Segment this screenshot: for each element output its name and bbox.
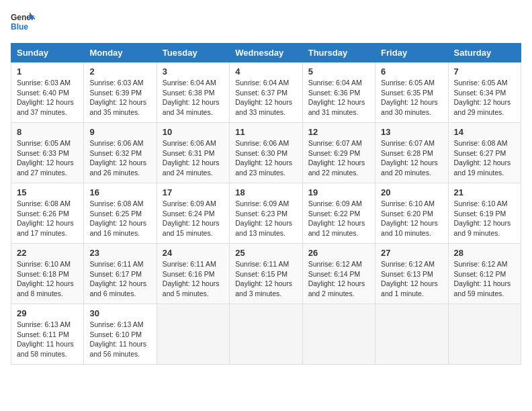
sunset-label: Sunset: 6:25 PM [89,210,142,218]
svg-text:Blue: Blue [11,22,28,32]
day-number: 5 [308,66,369,77]
daylight-label: Daylight: 12 hours and 20 minutes. [381,158,438,177]
calendar-table: SundayMondayTuesdayWednesdayThursdayFrid… [11,43,521,365]
sunset-label: Sunset: 6:37 PM [235,89,287,97]
sunset-label: Sunset: 6:24 PM [163,210,215,218]
sunset-label: Sunset: 6:29 PM [308,149,361,157]
table-row: 1 Sunrise: 6:03 AM Sunset: 6:40 PM Dayli… [11,62,84,123]
daylight-label: Daylight: 12 hours and 26 minutes. [89,158,146,177]
day-content: Sunrise: 6:10 AM Sunset: 6:20 PM Dayligh… [381,199,442,238]
day-content: Sunrise: 6:12 AM Sunset: 6:13 PM Dayligh… [381,259,442,299]
table-row: 7 Sunrise: 6:05 AM Sunset: 6:34 PM Dayli… [448,62,521,123]
day-number: 8 [17,127,78,137]
sunset-label: Sunset: 6:12 PM [454,270,506,278]
daylight-label: Daylight: 12 hours and 31 minutes. [308,98,365,116]
logo-icon: General Blue [11,11,35,35]
table-row: 9 Sunrise: 6:06 AM Sunset: 6:32 PM Dayli… [84,123,157,183]
day-content: Sunrise: 6:04 AM Sunset: 6:38 PM Dayligh… [163,78,224,118]
sunrise-label: Sunrise: 6:03 AM [17,79,71,87]
day-content: Sunrise: 6:09 AM Sunset: 6:22 PM Dayligh… [308,199,369,238]
sunset-label: Sunset: 6:31 PM [163,149,215,157]
sunrise-label: Sunrise: 6:04 AM [235,79,289,87]
sunset-label: Sunset: 6:18 PM [17,270,69,278]
table-row [302,304,375,365]
daylight-label: Daylight: 12 hours and 8 minutes. [17,279,74,298]
day-number: 18 [235,187,296,197]
daylight-label: Daylight: 12 hours and 2 minutes. [308,279,365,298]
table-row: 26 Sunrise: 6:12 AM Sunset: 6:14 PM Dayl… [302,244,375,304]
day-number: 15 [17,187,78,197]
daylight-label: Daylight: 12 hours and 27 minutes. [17,158,74,177]
sunrise-label: Sunrise: 6:10 AM [454,199,508,208]
day-content: Sunrise: 6:12 AM Sunset: 6:12 PM Dayligh… [454,259,515,299]
sunset-label: Sunset: 6:19 PM [454,210,506,218]
table-row: 14 Sunrise: 6:08 AM Sunset: 6:27 PM Dayl… [448,123,521,183]
day-content: Sunrise: 6:04 AM Sunset: 6:36 PM Dayligh… [308,78,369,118]
day-number: 3 [163,66,224,77]
daylight-label: Daylight: 12 hours and 29 minutes. [454,98,511,116]
day-number: 13 [381,127,442,137]
daylight-label: Daylight: 12 hours and 22 minutes. [308,158,365,177]
daylight-label: Daylight: 12 hours and 23 minutes. [235,158,292,177]
day-content: Sunrise: 6:04 AM Sunset: 6:37 PM Dayligh… [235,78,296,118]
day-of-week-header: Friday [375,44,448,62]
day-number: 6 [381,66,442,77]
sunset-label: Sunset: 6:36 PM [308,89,361,97]
daylight-label: Daylight: 12 hours and 19 minutes. [454,158,511,177]
day-content: Sunrise: 6:07 AM Sunset: 6:29 PM Dayligh… [308,138,369,178]
sunrise-label: Sunrise: 6:10 AM [17,260,71,268]
day-number: 28 [454,248,515,258]
daylight-label: Daylight: 12 hours and 10 minutes. [381,219,438,237]
daylight-label: Daylight: 12 hours and 12 minutes. [308,219,365,237]
day-content: Sunrise: 6:08 AM Sunset: 6:26 PM Dayligh… [17,199,78,238]
day-number: 25 [235,248,296,258]
daylight-label: Daylight: 12 hours and 3 minutes. [235,279,292,298]
day-number: 27 [381,248,442,258]
sunset-label: Sunset: 6:33 PM [17,149,69,157]
day-content: Sunrise: 6:05 AM Sunset: 6:35 PM Dayligh… [381,78,442,118]
daylight-label: Daylight: 12 hours and 33 minutes. [235,98,292,116]
sunrise-label: Sunrise: 6:09 AM [308,199,362,208]
table-row: 25 Sunrise: 6:11 AM Sunset: 6:15 PM Dayl… [230,244,302,304]
table-row: 24 Sunrise: 6:11 AM Sunset: 6:16 PM Dayl… [157,244,229,304]
day-number: 10 [163,127,224,137]
day-content: Sunrise: 6:13 AM Sunset: 6:11 PM Dayligh… [17,320,78,359]
day-content: Sunrise: 6:10 AM Sunset: 6:19 PM Dayligh… [454,199,515,238]
day-of-week-header: Wednesday [230,44,302,62]
day-content: Sunrise: 6:03 AM Sunset: 6:39 PM Dayligh… [89,78,150,118]
day-content: Sunrise: 6:07 AM Sunset: 6:28 PM Dayligh… [381,138,442,178]
sunrise-label: Sunrise: 6:04 AM [163,79,216,87]
daylight-label: Daylight: 12 hours and 1 minute. [381,279,438,298]
day-number: 23 [89,248,150,258]
table-row: 20 Sunrise: 6:10 AM Sunset: 6:20 PM Dayl… [375,183,448,244]
day-number: 29 [17,308,78,318]
sunrise-label: Sunrise: 6:09 AM [235,199,289,208]
day-of-week-header: Saturday [448,44,521,62]
day-content: Sunrise: 6:11 AM Sunset: 6:15 PM Dayligh… [235,259,296,299]
sunset-label: Sunset: 6:28 PM [381,149,433,157]
sunset-label: Sunset: 6:16 PM [163,270,215,278]
day-content: Sunrise: 6:03 AM Sunset: 6:40 PM Dayligh… [17,78,78,118]
logo: General Blue [11,11,35,35]
table-row [230,304,302,365]
day-content: Sunrise: 6:09 AM Sunset: 6:23 PM Dayligh… [235,199,296,238]
day-number: 4 [235,66,296,77]
day-number: 24 [163,248,224,258]
daylight-label: Daylight: 12 hours and 9 minutes. [454,219,511,237]
sunset-label: Sunset: 6:40 PM [17,89,69,97]
day-of-week-header: Sunday [11,44,84,62]
sunrise-label: Sunrise: 6:08 AM [89,199,143,208]
daylight-label: Daylight: 12 hours and 5 minutes. [163,279,220,298]
sunset-label: Sunset: 6:27 PM [454,149,506,157]
table-row: 27 Sunrise: 6:12 AM Sunset: 6:13 PM Dayl… [375,244,448,304]
table-row: 8 Sunrise: 6:05 AM Sunset: 6:33 PM Dayli… [11,123,84,183]
day-number: 11 [235,127,296,137]
sunset-label: Sunset: 6:23 PM [235,210,287,218]
daylight-label: Daylight: 11 hours and 58 minutes. [17,340,74,358]
sunset-label: Sunset: 6:34 PM [454,89,506,97]
day-number: 19 [308,187,369,197]
day-content: Sunrise: 6:08 AM Sunset: 6:25 PM Dayligh… [89,199,150,238]
table-row: 3 Sunrise: 6:04 AM Sunset: 6:38 PM Dayli… [157,62,229,123]
day-content: Sunrise: 6:10 AM Sunset: 6:18 PM Dayligh… [17,259,78,299]
sunrise-label: Sunrise: 6:11 AM [235,260,289,268]
